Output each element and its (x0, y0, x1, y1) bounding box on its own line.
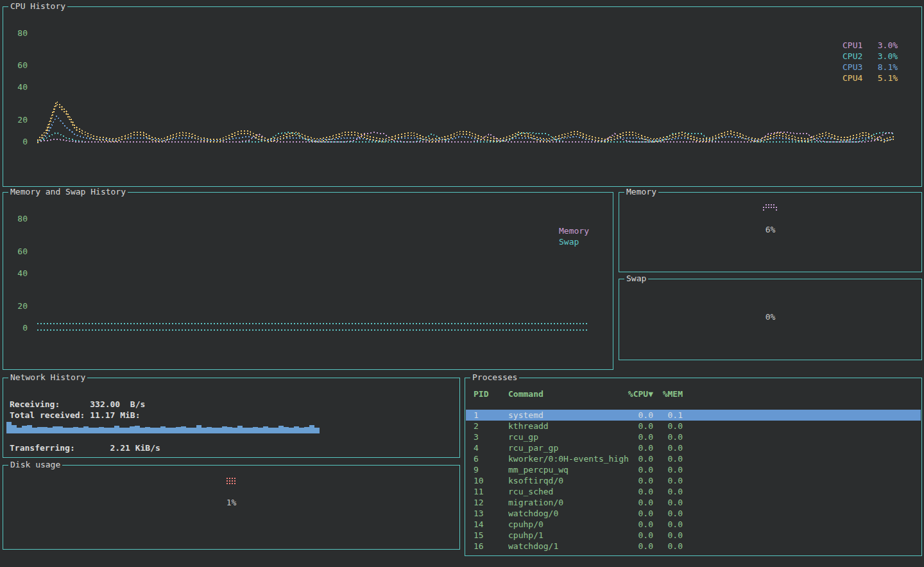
process-row[interactable]: 13watchdog/00.00.0 (466, 508, 921, 519)
swap-gauge-panel: Swap 0% (619, 279, 922, 360)
axis-tick-label: 40 (8, 268, 28, 279)
processes-title: Processes (470, 372, 519, 383)
processes-header-row: PID Command %CPU▼ %MEM (466, 388, 921, 399)
process-row[interactable]: 4rcu_par_gp0.00.0 (466, 442, 921, 453)
axis-tick-label: 20 (8, 115, 28, 125)
process-mem: 0.0 (631, 453, 683, 464)
memory-swap-history-panel: Memory and Swap History 806040200 Memory… (3, 192, 613, 370)
axis-tick-label: 20 (8, 301, 28, 311)
axis-tick-label: 80 (8, 28, 28, 39)
legend-item-cpu1: CPU1 3.0% (843, 40, 898, 51)
process-pid: 6 (474, 453, 504, 464)
process-row[interactable]: 12migration/00.00.0 (466, 497, 921, 508)
process-pid: 15 (474, 530, 504, 541)
legend-item-memory: Memory (559, 225, 589, 236)
process-row[interactable]: 14cpuhp/00.00.0 (466, 519, 921, 530)
process-row[interactable]: 9mm_percpu_wq0.00.0 (466, 464, 921, 475)
process-mem: 0.0 (631, 530, 683, 541)
process-pid: 9 (474, 464, 504, 475)
process-mem: 0.0 (631, 497, 683, 508)
axis-tick-label: 40 (8, 82, 28, 92)
process-pid: 11 (474, 486, 504, 497)
column-header-pid[interactable]: PID (474, 388, 504, 399)
process-row[interactable]: 15cpuhp/10.00.0 (466, 530, 921, 541)
disk-percent-value: 1% (3, 498, 459, 508)
cpu-history-title: CPU History (8, 1, 67, 12)
process-pid: 14 (474, 519, 504, 530)
processes-table-body: 1systemd0.00.12kthreadd0.00.03rcu_gp0.00… (466, 410, 921, 552)
network-history-title: Network History (8, 372, 87, 383)
process-row[interactable]: 16watchdog/10.00.0 (466, 541, 921, 552)
process-mem: 0.0 (631, 442, 683, 453)
process-row[interactable]: 10ksoftirqd/00.00.0 (466, 475, 921, 486)
process-mem: 0.0 (631, 508, 683, 519)
network-transferring-line: Transferring: 2.21 KiB/s (10, 442, 160, 453)
legend-item-cpu3: CPU3 8.1% (843, 62, 898, 73)
network-usage-sparkline (6, 418, 320, 433)
process-pid: 13 (474, 508, 504, 519)
process-pid: 16 (474, 541, 504, 552)
axis-tick-label: 0 (8, 137, 28, 147)
memory-gauge-icon (763, 204, 778, 212)
process-row[interactable]: 3rcu_gp0.00.0 (466, 432, 921, 442)
process-pid: 3 (474, 432, 504, 442)
axis-tick-label: 0 (8, 323, 28, 333)
memory-swap-history-title: Memory and Swap History (8, 187, 128, 197)
process-mem: 0.0 (631, 464, 683, 475)
process-pid: 4 (474, 442, 504, 453)
axis-tick-label: 60 (8, 247, 28, 257)
memory-swap-history-chart (32, 215, 610, 344)
process-mem: 0.0 (631, 475, 683, 486)
column-header-mem[interactable]: %MEM (631, 388, 683, 399)
process-mem: 0.0 (631, 519, 683, 530)
legend-item-cpu4: CPU4 5.1% (843, 73, 898, 83)
process-row[interactable]: 6kworker/0:0H-events_high0.00.0 (466, 453, 921, 464)
process-row[interactable]: 11rcu_sched0.00.0 (466, 486, 921, 497)
disk-usage-title: Disk usage (8, 460, 62, 470)
process-pid: 2 (474, 421, 504, 432)
network-receiving-line: Receiving: 332.00 B/s (10, 399, 145, 410)
system-monitor-screen: { "app": { "background": "#2b2d2e", "bor… (0, 0, 924, 567)
process-mem: 0.0 (631, 421, 683, 432)
process-mem: 0.0 (631, 432, 683, 442)
cpu-history-panel: CPU History 806040200 CPU1 3.0%CPU2 3.0%… (3, 6, 922, 187)
process-mem: 0.0 (631, 486, 683, 497)
process-pid: 12 (474, 497, 504, 508)
disk-usage-panel: Disk usage 1% (3, 465, 460, 550)
swap-percent-value: 0% (619, 312, 921, 322)
swap-gauge-title: Swap (624, 274, 648, 284)
network-history-panel: Network History Receiving: 332.00 B/s To… (3, 378, 460, 458)
process-row[interactable]: 1systemd0.00.1 (466, 410, 921, 421)
legend-item-cpu2: CPU2 3.0% (843, 51, 898, 62)
axis-tick-label: 60 (8, 60, 28, 71)
memory-gauge-panel: Memory 6% (619, 192, 922, 272)
axis-tick-label: 80 (8, 214, 28, 224)
cpu-history-chart (32, 30, 898, 158)
memory-percent-value: 6% (619, 225, 921, 235)
process-pid: 1 (474, 410, 504, 421)
memory-gauge-title: Memory (624, 187, 658, 197)
process-row[interactable]: 2kthreadd0.00.0 (466, 421, 921, 432)
process-pid: 10 (474, 475, 504, 486)
process-mem: 0.1 (631, 410, 683, 421)
processes-panel: Processes PID Command %CPU▼ %MEM 1system… (465, 378, 922, 556)
process-mem: 0.0 (631, 541, 683, 552)
disk-usage-icon (227, 478, 237, 485)
legend-item-swap: Swap (559, 236, 579, 247)
series-cpu4 (37, 101, 894, 141)
